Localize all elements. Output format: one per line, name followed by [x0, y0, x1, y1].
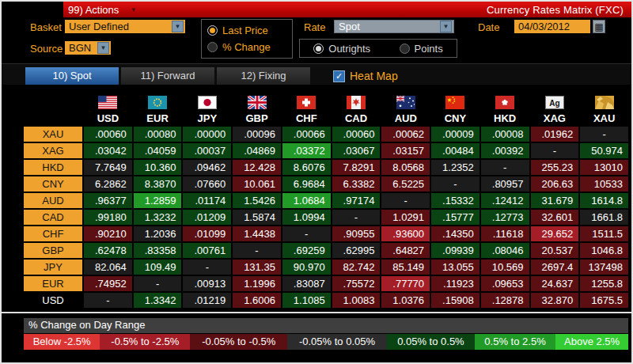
cell-hkd-hkd[interactable]: - [481, 160, 529, 175]
cell-eur-gbp[interactable]: 1.1996 [233, 276, 281, 291]
cell-cny-usd[interactable]: 6.2862 [84, 176, 132, 191]
chevron-down-icon[interactable]: ▼ [440, 21, 452, 32]
cell-gbp-xau[interactable]: 1046.8 [580, 243, 628, 258]
cell-jpy-jpy[interactable]: - [183, 260, 231, 275]
cell-xag-xau[interactable]: 50.974 [580, 143, 628, 158]
cell-aud-xau[interactable]: 1614.8 [580, 193, 628, 208]
cell-eur-cny[interactable]: .11923 [431, 276, 479, 291]
cell-hkd-xag[interactable]: 255.23 [531, 160, 579, 175]
cell-cad-hkd[interactable]: .12773 [481, 210, 529, 225]
radio-last-price[interactable]: Last Price [207, 25, 286, 36]
cell-eur-aud[interactable]: .77770 [381, 276, 430, 291]
cell-hkd-jpy[interactable]: .09462 [183, 160, 231, 175]
cell-jpy-usd[interactable]: 82.064 [84, 260, 132, 275]
cell-aud-eur[interactable]: 1.2859 [134, 193, 182, 208]
cell-aud-xag[interactable]: 31.679 [531, 193, 579, 208]
cell-chf-chf[interactable]: - [282, 226, 331, 241]
cell-xag-eur[interactable]: .04059 [134, 143, 182, 158]
cell-jpy-xau[interactable]: 137498 [580, 260, 628, 275]
cell-usd-xau[interactable]: 1675.5 [580, 293, 628, 308]
cell-jpy-chf[interactable]: 90.970 [282, 260, 331, 275]
chevron-down-icon[interactable]: ▼ [172, 21, 184, 32]
cell-aud-cad[interactable]: .97174 [332, 193, 381, 208]
radio-dot[interactable] [207, 25, 218, 36]
source-select[interactable]: BGN ▼ [65, 41, 111, 55]
cell-aud-cny[interactable]: .15332 [431, 193, 479, 208]
cell-xag-gbp[interactable]: .04869 [233, 143, 281, 158]
tab-10-spot[interactable]: 10) Spot [25, 67, 119, 85]
tab-11-forward[interactable]: 11) Forward [121, 67, 214, 85]
cell-hkd-eur[interactable]: 10.360 [134, 160, 182, 175]
date-input[interactable]: 04/03/2012 [514, 20, 590, 33]
chevron-down-icon[interactable]: ▼ [97, 42, 109, 54]
cell-jpy-aud[interactable]: 85.149 [381, 260, 430, 275]
cell-gbp-eur[interactable]: .83358 [134, 243, 182, 258]
cell-xau-usd[interactable]: .00060 [84, 127, 132, 142]
cell-chf-hkd[interactable]: .11618 [481, 226, 529, 241]
cell-gbp-jpy[interactable]: .00761 [183, 243, 231, 258]
cell-xau-hkd[interactable]: .00008 [481, 127, 529, 142]
cell-eur-eur[interactable]: - [134, 276, 182, 291]
radio-dot[interactable] [207, 42, 218, 52]
cell-cad-xag[interactable]: 32.601 [531, 210, 579, 225]
cell-xag-usd[interactable]: .03042 [84, 143, 132, 158]
cell-hkd-usd[interactable]: 7.7649 [84, 160, 132, 175]
cell-cad-cny[interactable]: .15777 [431, 210, 479, 225]
cell-gbp-cny[interactable]: .09939 [431, 243, 479, 258]
cell-cny-jpy[interactable]: .07660 [183, 176, 231, 191]
cell-chf-jpy[interactable]: .01099 [183, 226, 231, 241]
cell-cny-cny[interactable]: - [431, 176, 479, 191]
cell-chf-eur[interactable]: 1.2036 [134, 226, 182, 241]
cell-cad-jpy[interactable]: .01209 [183, 210, 231, 225]
cell-cad-cad[interactable]: - [332, 210, 381, 225]
cell-aud-gbp[interactable]: 1.5426 [233, 193, 281, 208]
cell-xau-chf[interactable]: .00066 [282, 127, 331, 142]
cell-chf-cad[interactable]: .90955 [332, 226, 381, 241]
cell-cad-aud[interactable]: 1.0291 [381, 210, 430, 225]
cell-xag-chf[interactable]: .03372 [282, 143, 331, 158]
cell-usd-eur[interactable]: 1.3342 [134, 293, 182, 308]
cell-cad-chf[interactable]: 1.0994 [282, 210, 331, 225]
cell-eur-xau[interactable]: 1255.8 [580, 276, 628, 291]
cell-chf-xag[interactable]: 29.652 [531, 226, 579, 241]
cell-eur-xag[interactable]: 24.637 [531, 276, 579, 291]
cell-cny-xau[interactable]: 10533 [580, 176, 628, 191]
heat-map-checkbox[interactable]: ✓ [333, 70, 345, 82]
cell-gbp-cad[interactable]: .62995 [332, 243, 381, 258]
cell-chf-cny[interactable]: .14350 [431, 226, 479, 241]
cell-aud-hkd[interactable]: .12412 [481, 193, 529, 208]
cell-hkd-cad[interactable]: 7.8291 [332, 160, 381, 175]
cell-hkd-aud[interactable]: 8.0568 [381, 160, 430, 175]
cell-gbp-usd[interactable]: .62478 [84, 243, 132, 258]
cell-gbp-aud[interactable]: .64827 [381, 243, 430, 258]
cell-cad-gbp[interactable]: 1.5874 [233, 210, 281, 225]
cell-xau-eur[interactable]: .00080 [134, 127, 182, 142]
basket-select[interactable]: User Defined ▼ [65, 20, 185, 33]
cell-usd-cad[interactable]: 1.0083 [332, 293, 381, 308]
cell-cad-eur[interactable]: 1.3232 [134, 210, 182, 225]
cell-xau-cny[interactable]: .00009 [431, 127, 479, 142]
cell-usd-gbp[interactable]: 1.6006 [233, 293, 281, 308]
cell-jpy-hkd[interactable]: 10.569 [481, 260, 529, 275]
cell-xau-xau[interactable]: - [580, 127, 628, 142]
cell-hkd-gbp[interactable]: 12.428 [233, 160, 281, 175]
cell-hkd-xau[interactable]: 13010 [580, 160, 628, 175]
cell-cad-xau[interactable]: 1661.8 [580, 210, 628, 225]
cell-xag-aud[interactable]: .03157 [381, 143, 430, 158]
cell-cny-aud[interactable]: 6.5225 [381, 176, 430, 191]
cell-gbp-hkd[interactable]: .08046 [481, 243, 529, 258]
cell-hkd-chf[interactable]: 8.6076 [282, 160, 331, 175]
cell-jpy-gbp[interactable]: 131.35 [233, 260, 281, 275]
calendar-icon[interactable]: ▦ [593, 20, 605, 33]
cell-usd-jpy[interactable]: .01219 [183, 293, 231, 308]
cell-xag-xag[interactable]: - [531, 143, 579, 158]
actions-menu-button[interactable]: 99) Actions ▾ [68, 4, 135, 16]
cell-eur-usd[interactable]: .74952 [84, 276, 132, 291]
cell-gbp-xag[interactable]: 20.537 [531, 243, 579, 258]
cell-xag-hkd[interactable]: .00392 [481, 143, 529, 158]
cell-jpy-cad[interactable]: 82.742 [332, 260, 381, 275]
radio-outrights[interactable]: Outrights [313, 43, 370, 55]
cell-xau-aud[interactable]: .00062 [381, 127, 430, 142]
cell-usd-aud[interactable]: 1.0376 [381, 293, 430, 308]
cell-jpy-eur[interactable]: 109.49 [134, 260, 182, 275]
